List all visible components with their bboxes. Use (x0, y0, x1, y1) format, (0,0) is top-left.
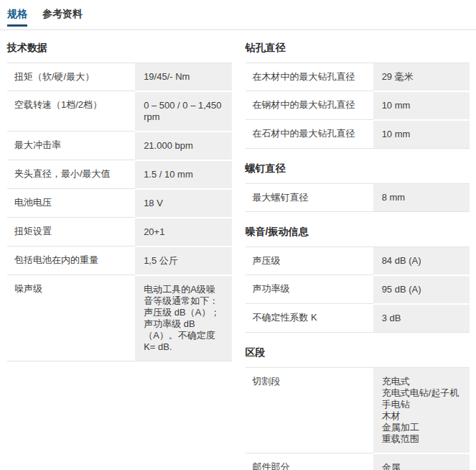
spec-column-right: 钻孔直径在木材中的最大钻孔直径29 毫米在钢材中的最大钻孔直径10 mm在石材中… (246, 41, 470, 470)
table-row: 最大冲击率21.000 bpm (7, 131, 232, 160)
table-row: 最大螺钉直径8 mm (246, 184, 470, 211)
spec-section: 区段切割段充电式 充电式电钻/起子机 手电钻 木材 金属加工 重载范围邮件部分金… (246, 346, 470, 470)
spec-label: 邮件部分 (246, 453, 373, 470)
spec-table: 声压级84 dB (A)声功率级95 dB (A)不确定性系数 K3 dB (246, 246, 470, 333)
spec-label: 在木材中的最大钻孔直径 (246, 63, 373, 91)
table-row: 电池电压18 V (7, 188, 232, 217)
spec-value: 0 – 500 / 0 – 1,450 rpm (135, 91, 231, 131)
spec-section: 螺钉直径最大螺钉直径8 mm (246, 162, 470, 212)
spec-table: 扭矩（软/硬/最大）19/45/- Nm空载转速（1档/2档）0 – 500 /… (7, 63, 232, 361)
spec-label: 夹头直径，最小/最大值 (7, 160, 135, 188)
spec-section: 钻孔直径在木材中的最大钻孔直径29 毫米在钢材中的最大钻孔直径10 mm在石材中… (246, 41, 470, 149)
table-row: 扭矩（软/硬/最大）19/45/- Nm (7, 63, 232, 91)
table-row: 不确定性系数 K3 dB (246, 303, 470, 332)
section-title: 螺钉直径 (246, 162, 470, 175)
table-row: 空载转速（1档/2档）0 – 500 / 0 – 1,450 rpm (7, 91, 232, 131)
spec-table: 切割段充电式 充电式电钻/起子机 手电钻 木材 金属加工 重载范围邮件部分金属 … (246, 367, 470, 470)
spec-label: 最大螺钉直径 (246, 184, 373, 211)
table-row: 包括电池在内的重量1,5 公斤 (7, 246, 232, 275)
spec-value: 3 dB (373, 303, 470, 332)
table-row: 声功率级95 dB (A) (246, 275, 470, 303)
table-row: 邮件部分金属 石材 木材 (246, 453, 470, 470)
table-row: 在木材中的最大钻孔直径29 毫米 (246, 63, 470, 91)
spec-value: 95 dB (A) (373, 275, 470, 303)
spec-value: 10 mm (373, 119, 470, 148)
section-title: 区段 (246, 346, 470, 359)
spec-value: 18 V (135, 188, 231, 217)
spec-section: 技术数据扭矩（软/硬/最大）19/45/- Nm空载转速（1档/2档）0 – 5… (7, 41, 232, 361)
spec-column-left: 技术数据扭矩（软/硬/最大）19/45/- Nm空载转速（1档/2档）0 – 5… (7, 41, 232, 361)
spec-value: 8 mm (373, 184, 470, 211)
section-title: 钻孔直径 (246, 41, 470, 54)
table-row: 在钢材中的最大钻孔直径10 mm (246, 91, 470, 119)
spec-table: 在木材中的最大钻孔直径29 毫米在钢材中的最大钻孔直径10 mm在石材中的最大钻… (246, 63, 470, 149)
spec-value: 金属 石材 木材 (373, 453, 470, 470)
spec-table: 最大螺钉直径8 mm (246, 183, 470, 212)
spec-label: 声压级 (246, 247, 373, 275)
spec-label: 最大冲击率 (7, 131, 135, 160)
tab-bar: 规格参考资料 (0, 0, 476, 30)
table-row: 切割段充电式 充电式电钻/起子机 手电钻 木材 金属加工 重载范围 (246, 368, 470, 453)
tab-reference-materials[interactable]: 参考资料 (42, 7, 83, 27)
spec-label: 空载转速（1档/2档） (7, 91, 135, 131)
spec-content: 技术数据扭矩（软/硬/最大）19/45/- Nm空载转速（1档/2档）0 – 5… (0, 30, 476, 470)
spec-value: 20+1 (135, 217, 231, 246)
table-row: 夹头直径，最小/最大值1.5 / 10 mm (7, 160, 232, 188)
section-title: 噪音/振动信息 (246, 225, 470, 238)
spec-label: 包括电池在内的重量 (7, 246, 135, 275)
spec-label: 扭矩设置 (7, 217, 135, 246)
spec-label: 声功率级 (246, 275, 373, 303)
spec-label: 噪声级 (7, 275, 135, 361)
spec-value: 电动工具的A级噪音等级通常如下： 声压级 dB（A）； 声功率级 dB（A）。不… (135, 275, 231, 361)
spec-label: 切割段 (246, 368, 373, 453)
spec-label: 扭矩（软/硬/最大） (7, 63, 135, 91)
spec-value: 29 毫米 (373, 63, 470, 91)
spec-value: 充电式 充电式电钻/起子机 手电钻 木材 金属加工 重载范围 (373, 368, 470, 453)
spec-value: 1.5 / 10 mm (135, 160, 231, 188)
table-row: 噪声级电动工具的A级噪音等级通常如下： 声压级 dB（A）； 声功率级 dB（A… (7, 275, 232, 361)
spec-value: 19/45/- Nm (135, 63, 231, 91)
spec-value: 84 dB (A) (373, 247, 470, 275)
spec-label: 不确定性系数 K (246, 303, 373, 332)
table-row: 扭矩设置20+1 (7, 217, 232, 246)
spec-section: 噪音/振动信息声压级84 dB (A)声功率级95 dB (A)不确定性系数 K… (246, 225, 470, 333)
section-title: 技术数据 (7, 41, 232, 54)
spec-label: 在钢材中的最大钻孔直径 (246, 91, 373, 119)
spec-value: 10 mm (373, 91, 470, 119)
table-row: 在石材中的最大钻孔直径10 mm (246, 119, 470, 148)
spec-label: 在石材中的最大钻孔直径 (246, 119, 373, 148)
spec-value: 1,5 公斤 (135, 246, 231, 275)
table-row: 声压级84 dB (A) (246, 247, 470, 275)
spec-value: 21.000 bpm (135, 131, 231, 160)
spec-label: 电池电压 (7, 188, 135, 217)
tab-specifications[interactable]: 规格 (7, 7, 27, 27)
